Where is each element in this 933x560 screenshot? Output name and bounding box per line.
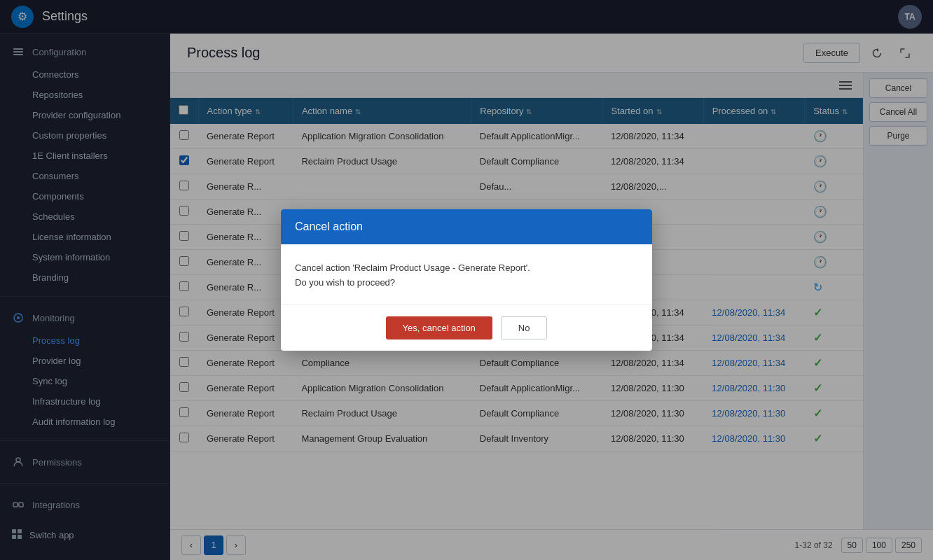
modal-header: Cancel action — [281, 209, 652, 244]
modal-title: Cancel action — [295, 220, 363, 232]
cancel-action-modal: Cancel action Cancel action 'Reclaim Pro… — [281, 209, 652, 351]
yes-cancel-action-btn[interactable]: Yes, cancel action — [386, 316, 492, 340]
modal-message-line1: Cancel action 'Reclaim Product Usage - G… — [295, 261, 638, 276]
modal-message-line2: Do you wish to proceed? — [295, 276, 638, 290]
main-layout: Configuration Connectors Repositories Pr… — [0, 34, 933, 560]
modal-overlay: Cancel action Cancel action 'Reclaim Pro… — [170, 34, 933, 560]
no-btn[interactable]: No — [501, 316, 548, 340]
modal-body: Cancel action 'Reclaim Product Usage - G… — [281, 244, 652, 304]
modal-footer: Yes, cancel action No — [281, 304, 652, 351]
main-content-area: Process log Execute — [170, 34, 933, 560]
